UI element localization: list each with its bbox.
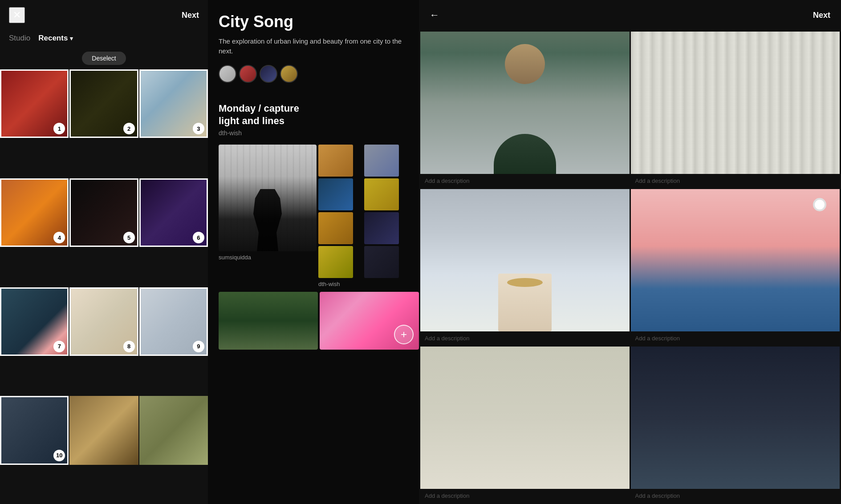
avatar-3 <box>260 65 277 83</box>
recents-nav[interactable]: Recents ▾ <box>38 34 73 43</box>
avatar-2 <box>239 65 257 83</box>
cell-number-7: 7 <box>53 341 65 352</box>
thumb-7[interactable] <box>318 246 353 278</box>
right-desc-1[interactable]: Add a description <box>420 174 630 188</box>
left-panel: ✕ Next Studio Recents ▾ Deselect 1 2 3 4… <box>0 0 208 504</box>
main-photo[interactable] <box>219 145 317 251</box>
right-cell-1: Add a description <box>420 32 630 188</box>
mid-content: sumsiquidda dth-wish <box>208 139 419 288</box>
right-cell-2: Add a description <box>631 32 840 188</box>
cell-number-4: 4 <box>53 232 65 243</box>
grid-cell-5[interactable]: 5 <box>69 178 138 247</box>
right-desc-5[interactable]: Add a description <box>420 489 630 503</box>
grid-cell-11[interactable] <box>69 396 138 464</box>
thumb-3[interactable] <box>318 178 353 210</box>
studio-nav[interactable]: Studio <box>9 34 30 43</box>
right-panel: ← Next Add a description Add a descripti… <box>419 0 841 504</box>
deselect-row: Deselect <box>0 49 208 69</box>
back-button[interactable]: ← <box>430 9 439 21</box>
cell-number-6: 6 <box>193 232 204 243</box>
mid-panel: City Song The exploration of urban livin… <box>208 0 419 504</box>
thumb-8[interactable] <box>364 246 399 278</box>
mid-lower: + <box>208 288 419 350</box>
grid-cell-4[interactable]: 4 <box>0 178 69 247</box>
cell-number-9: 9 <box>193 341 204 352</box>
cell-number-5: 5 <box>123 232 135 243</box>
thumb-username: dth-wish <box>318 280 408 288</box>
thumb-2[interactable] <box>364 145 399 177</box>
right-desc-3[interactable]: Add a description <box>420 331 630 345</box>
collection-description: The exploration of urban living and beau… <box>219 36 408 56</box>
photo-grid: 1 2 3 4 5 6 7 8 9 10 <box>0 69 208 504</box>
main-image-column: sumsiquidda <box>208 145 317 288</box>
lower-photo-1[interactable] <box>219 292 318 350</box>
cell-number-2: 2 <box>123 123 135 134</box>
grid-cell-7[interactable]: 7 <box>0 287 69 356</box>
section-heading: Monday / capturelight and lines <box>219 102 408 128</box>
right-header: ← Next <box>419 0 841 30</box>
right-cell-4: Add a description <box>631 189 840 345</box>
avatar-4 <box>280 65 298 83</box>
left-header: ✕ Next <box>0 0 208 30</box>
section-title: Monday / capturelight and lines dth-wish <box>208 102 419 139</box>
thumb-5[interactable] <box>318 212 353 244</box>
thumbnail-grid: dth-wish <box>318 145 408 288</box>
left-next-button[interactable]: Next <box>182 11 199 20</box>
right-desc-4[interactable]: Add a description <box>631 331 840 345</box>
grid-cell-2[interactable]: 2 <box>69 69 138 138</box>
add-button[interactable]: + <box>394 325 414 344</box>
right-desc-2[interactable]: Add a description <box>631 174 840 188</box>
right-cell-3: Add a description <box>420 189 630 345</box>
collection-title: City Song <box>219 12 408 31</box>
grid-cell-10[interactable]: 10 <box>0 396 69 464</box>
avatar-1 <box>219 65 236 83</box>
thumb-1[interactable] <box>318 145 353 177</box>
close-button[interactable]: ✕ <box>9 7 25 23</box>
grid-cell-9[interactable]: 9 <box>139 287 208 356</box>
grid-cell-6[interactable]: 6 <box>139 178 208 247</box>
recents-chevron-icon: ▾ <box>70 35 73 42</box>
grid-cell-8[interactable]: 8 <box>69 287 138 356</box>
thumb-6[interactable] <box>364 212 399 244</box>
right-cell-5: Add a description <box>420 347 630 503</box>
lower-photo-2[interactable]: + <box>320 292 419 350</box>
right-cell-6: Add a description <box>631 347 840 503</box>
right-desc-6[interactable]: Add a description <box>631 489 840 503</box>
grid-cell-3[interactable]: 3 <box>139 69 208 138</box>
avatar-group <box>219 65 408 83</box>
cell-number-10: 10 <box>53 450 65 461</box>
thumb-4[interactable] <box>364 178 399 210</box>
right-next-button[interactable]: Next <box>813 11 830 20</box>
grid-cell-1[interactable]: 1 <box>0 69 69 138</box>
main-photo-username: sumsiquidda <box>219 251 317 261</box>
right-grid: Add a description Add a description Add … <box>419 30 841 504</box>
recents-label: Recents <box>38 34 68 43</box>
grid-cell-12[interactable] <box>139 396 208 464</box>
mid-header: City Song The exploration of urban livin… <box>208 0 419 102</box>
section-username: dth-wish <box>219 129 408 137</box>
left-nav: Studio Recents ▾ <box>0 30 208 49</box>
cell-number-3: 3 <box>193 123 204 134</box>
deselect-button[interactable]: Deselect <box>82 52 126 65</box>
cell-number-8: 8 <box>123 341 135 352</box>
